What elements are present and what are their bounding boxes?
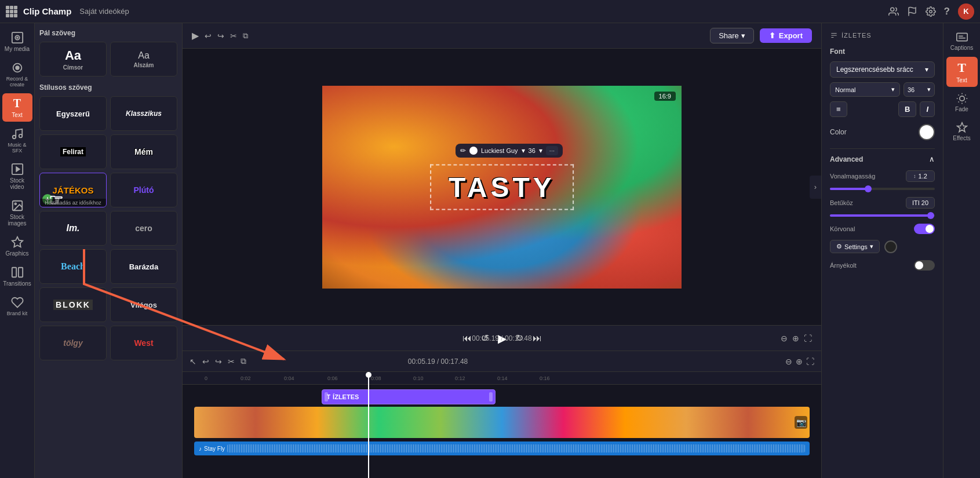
text-card-jatekos[interactable]: JÁTÉKOS + ☞ Hozzáadás az idősíkhoz	[39, 173, 107, 207]
rs-item-text[interactable]: T Text	[946, 57, 978, 87]
text-card-tolgy[interactable]: tölgy	[39, 326, 107, 360]
zoom-in-btn[interactable]: ⊕	[792, 334, 799, 343]
tl-redo-btn[interactable]: ↪	[215, 357, 222, 366]
text-card-cero[interactable]: cero	[110, 211, 177, 246]
sidebar-item-graphics[interactable]: Graphics	[2, 232, 32, 260]
color-swatch[interactable]	[919, 124, 935, 140]
outline-toggle[interactable]	[914, 224, 935, 234]
sidebar-item-text[interactable]: T Text	[2, 93, 32, 122]
text-card-alszam[interactable]: Aa Alszám	[110, 42, 177, 76]
italic-btn[interactable]: I	[920, 101, 935, 117]
line-height-slider[interactable]	[830, 188, 935, 190]
text-card-cimsor[interactable]: Aa Címsor	[39, 42, 107, 76]
text-card-klasszikus[interactable]: Klasszikus	[110, 96, 177, 131]
letter-spacing-thumb[interactable]	[927, 212, 934, 219]
sidebar-label-stock-video: Stock video	[5, 177, 30, 190]
timeline-playhead[interactable]	[368, 372, 369, 478]
tl-current-time: 00:05.19	[408, 357, 435, 366]
text-card-barazda[interactable]: Barázda	[110, 249, 177, 284]
audio-track: ♪ Stay Fly	[194, 441, 810, 458]
color-dot[interactable]	[469, 147, 478, 155]
sidebar-item-my-media[interactable]: My media	[2, 28, 32, 56]
letter-spacing-slider[interactable]	[830, 214, 935, 217]
tl-fit-btn[interactable]: ⛶	[806, 357, 814, 366]
copy-btn[interactable]: ⧉	[243, 31, 248, 41]
tl-cursor-btn[interactable]: ↖	[190, 357, 196, 366]
text-float-toolbar[interactable]: ✏ Luckiest Guy ▾ 36 ▾ ···	[456, 144, 563, 158]
help-icon-btn[interactable]: ?	[944, 6, 950, 17]
video-thumbnail-strip	[194, 407, 810, 438]
svg-point-5	[17, 37, 18, 38]
letter-spacing-value-box[interactable]: ITI 20	[906, 197, 935, 209]
clip-handle-left[interactable]	[325, 392, 328, 402]
line-height-slider-thumb[interactable]	[865, 185, 872, 192]
sidebar-item-transitions[interactable]: Transitions	[2, 262, 32, 290]
sidebar-item-brand-kit[interactable]: Brand kit	[2, 293, 32, 320]
topbar: Clip Champ Saját videókép ? K	[0, 0, 980, 23]
font-name-select[interactable]: Legszerencsésebb srácc ▾	[830, 61, 935, 78]
tl-cut-btn[interactable]: ✂	[228, 357, 235, 366]
video-clip[interactable]: 📷	[194, 407, 810, 438]
sidebar-item-music[interactable]: Music &SFX	[2, 124, 32, 157]
share-button[interactable]: Share ▾	[710, 28, 754, 43]
shadow-toggle[interactable]	[914, 260, 935, 271]
float-font-name[interactable]: Luckiest Guy	[481, 147, 518, 154]
text-card-egyszerű[interactable]: Egyszerű	[39, 96, 107, 131]
cursor-tool-btn[interactable]: ▶	[192, 30, 199, 41]
sidebar-item-record[interactable]: Record &create	[2, 58, 32, 91]
sidebar-item-stock-video[interactable]: Stock video	[2, 159, 32, 194]
font-style-select[interactable]: Normal ▾	[830, 82, 900, 97]
tl-total-time: 00:17.48	[441, 357, 468, 366]
account-icon-btn[interactable]	[888, 6, 899, 17]
video-frame[interactable]: ✏ Luckiest Guy ▾ 36 ▾ ··· TASTY 16:9	[322, 86, 682, 289]
text-card-imp[interactable]: Im.	[39, 211, 107, 246]
svg-point-12	[14, 203, 16, 205]
align-left-btn[interactable]: ≡	[830, 101, 847, 117]
redo-btn[interactable]: ↪	[217, 31, 224, 41]
tl-undo-btn[interactable]: ↩	[202, 357, 209, 366]
text-clip[interactable]: T ÍZLETES	[322, 389, 496, 404]
line-height-value-box[interactable]: ↕ 1.2	[906, 170, 935, 182]
bold-btn[interactable]: B	[898, 101, 916, 117]
text-card-felirat[interactable]: Felirat	[39, 134, 107, 169]
audio-clip[interactable]: ♪ Stay Fly	[194, 441, 810, 455]
skip-fwd-btn[interactable]: ⏭	[533, 333, 542, 344]
text-card-mem[interactable]: Mém	[110, 134, 177, 169]
font-size-select[interactable]: 36 ▾	[904, 82, 935, 97]
sidebar-item-stock-images[interactable]: Stock images	[2, 196, 32, 230]
clip-handle-right[interactable]	[489, 392, 493, 402]
text-card-blokk[interactable]: BLOKK	[39, 287, 107, 322]
alszam-label: Alszám	[133, 62, 154, 68]
text-overlay-tasty[interactable]: TASTY	[430, 164, 574, 210]
float-font-size[interactable]: 36	[529, 147, 535, 154]
text-card-west[interactable]: West	[110, 326, 177, 360]
letter-spacing-fill	[830, 214, 930, 217]
preview-expand-btn[interactable]: ›	[810, 176, 821, 199]
rs-label-text: Text	[956, 77, 967, 83]
fullscreen-btn[interactable]: ⛶	[804, 334, 812, 343]
export-button[interactable]: ⬆ Export	[760, 28, 812, 43]
undo-btn[interactable]: ↩	[205, 31, 212, 41]
rs-item-fade[interactable]: Fade	[946, 89, 978, 116]
zoom-out-btn[interactable]: ⊖	[781, 334, 788, 343]
settings-icon-btn[interactable]	[926, 6, 936, 17]
cut-btn[interactable]: ✂	[230, 31, 237, 41]
text-card-pluto[interactable]: Plútó	[110, 173, 177, 207]
app-grid-icon[interactable]	[6, 6, 17, 17]
sidebar-label-my-media: My media	[5, 46, 30, 52]
outline-color-swatch[interactable]	[884, 240, 897, 253]
text-card-beach[interactable]: Beach	[39, 249, 107, 284]
rs-item-effects[interactable]: Effects	[946, 118, 978, 145]
tl-copy-btn[interactable]: ⧉	[241, 356, 246, 366]
skip-back-btn[interactable]: ⏮	[462, 333, 472, 344]
tl-zoom-out-btn[interactable]: ⊖	[785, 357, 792, 366]
more-options-btn[interactable]: ···	[546, 146, 558, 155]
rs-item-captions[interactable]: Captions	[946, 28, 978, 54]
text-card-vilagos[interactable]: Világos	[110, 287, 177, 322]
letter-spacing-label: Betűköz	[830, 199, 853, 206]
avatar[interactable]: K	[958, 3, 974, 20]
outline-settings-btn[interactable]: ⚙ Settings ▾	[830, 240, 880, 253]
advanced-header[interactable]: Advanced ∧	[830, 155, 935, 163]
tl-zoom-in-btn[interactable]: ⊕	[796, 357, 803, 366]
flag-icon-btn[interactable]	[907, 6, 917, 17]
